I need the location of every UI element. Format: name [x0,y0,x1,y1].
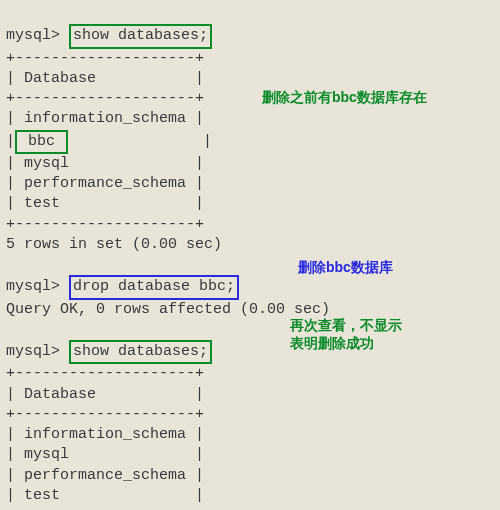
db-row: | test | [6,487,204,504]
drop-result: Query OK, 0 rows affected (0.00 sec) [6,301,330,318]
db-bbc-highlight: bbc [15,130,68,154]
db-row: | information_schema | [6,110,204,127]
db-header: | Database | [6,70,204,87]
db-row: | test | [6,195,204,212]
sep: +--------------------+ [6,365,204,382]
db-row: | information_schema | [6,426,204,443]
prompt: mysql> [6,278,60,295]
terminal-output: mysql> show databases; +----------------… [0,0,500,510]
annotation-drop: 删除bbc数据库 [298,258,393,277]
show-databases-cmd-1: show databases; [69,24,212,48]
prompt: mysql> [6,343,60,360]
annotation-after-line2: 表明删除成功 [290,335,374,351]
db-row: | mysql | [6,446,204,463]
annotation-before: 删除之前有bbc数据库存在 [262,88,427,106]
sep: +--------------------+ [6,216,204,233]
db-row: | performance_schema | [6,467,204,484]
show-databases-cmd-2: show databases; [69,340,212,364]
db-row: | performance_schema | [6,175,204,192]
db-row-prefix: | [6,133,15,150]
sep: +--------------------+ [6,90,204,107]
sep: +--------------------+ [6,406,204,423]
annotation-after-line1: 再次查看，不显示 [290,317,402,333]
sep: +--------------------+ [6,50,204,67]
result: 5 rows in set (0.00 sec) [6,236,222,253]
db-header: | Database | [6,386,204,403]
annotation-after: 再次查看，不显示 表明删除成功 [290,316,450,352]
db-row-suffix: | [68,133,212,150]
db-row: | mysql | [6,155,204,172]
prompt: mysql> [6,27,60,44]
drop-database-cmd: drop database bbc; [69,275,239,299]
